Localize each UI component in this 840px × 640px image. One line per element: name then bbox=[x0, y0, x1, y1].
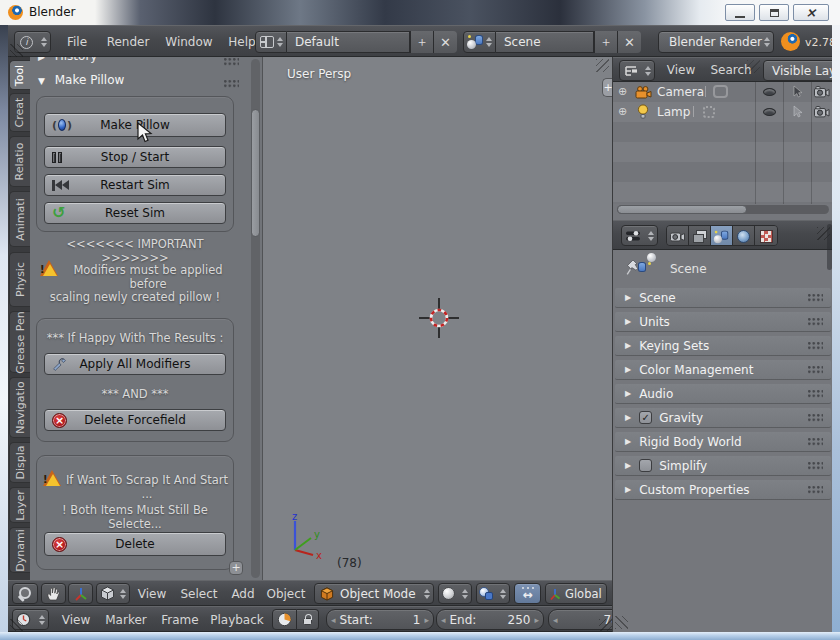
render-engine-select[interactable]: Blender Render bbox=[658, 31, 774, 53]
selectability-pointer-toggle[interactable] bbox=[793, 85, 803, 98]
expand-plus-icon[interactable]: ⊕ bbox=[618, 105, 627, 118]
menu-view-3d[interactable]: View bbox=[132, 581, 172, 607]
visibility-eye-toggle[interactable] bbox=[763, 88, 776, 96]
gravity-checkbox-checked[interactable]: ✓ bbox=[639, 411, 652, 424]
delete-button[interactable]: × Delete bbox=[44, 532, 226, 556]
expand-plus-icon[interactable]: ⊕ bbox=[618, 85, 627, 98]
tab-render-layers[interactable] bbox=[689, 226, 711, 246]
stop-start-button[interactable]: Stop / Start bbox=[44, 146, 226, 168]
screen-layout-delete-button[interactable]: ✕ bbox=[433, 31, 457, 53]
shelf-tab-layer[interactable]: Layer bbox=[9, 487, 30, 523]
time-sync-toggle[interactable] bbox=[272, 609, 297, 630]
panel-gravity[interactable]: ▶✓Gravity bbox=[615, 408, 831, 428]
panel-drag-dots[interactable] bbox=[224, 80, 239, 88]
outliner-item-camera[interactable]: ⊕ Camera bbox=[613, 82, 832, 102]
panel-drag-dots[interactable] bbox=[808, 486, 823, 494]
editor-type-properties-select[interactable] bbox=[621, 225, 658, 246]
titlebar[interactable]: Blender × bbox=[0, 0, 840, 25]
shelf-tab-grease-pencil[interactable]: Grease Pen bbox=[9, 311, 30, 373]
panel-rigid-body-world[interactable]: ▶Rigid Body World bbox=[615, 432, 831, 452]
panel-custom-properties[interactable]: ▶Custom Properties bbox=[615, 480, 831, 500]
viewport-3d[interactable]: User Persp + z y x (78) bbox=[262, 57, 612, 580]
panel-keying-sets[interactable]: ▶Keying Sets bbox=[615, 336, 831, 356]
menu-marker[interactable]: Marker bbox=[100, 607, 152, 632]
panel-drag-dots[interactable] bbox=[808, 366, 823, 374]
start-frame-field[interactable]: ◂ Start: 1 ▸ bbox=[326, 609, 434, 630]
viewport-shading-select[interactable] bbox=[438, 583, 472, 604]
shelf-tab-display[interactable]: Displa bbox=[9, 442, 30, 483]
shelf-resize-plus-button[interactable]: + bbox=[229, 561, 243, 575]
make-pillow-button[interactable]: () Make Pillow bbox=[44, 113, 226, 137]
grab-hand-button[interactable] bbox=[41, 583, 66, 604]
shelf-tab-animation[interactable]: Animati bbox=[9, 191, 30, 247]
manipulator-toggle-button[interactable]: ↔ bbox=[514, 583, 541, 604]
transform-orientation-select[interactable]: Global bbox=[545, 583, 607, 604]
apply-all-modifiers-button[interactable]: Apply All Modifiers bbox=[44, 353, 226, 375]
simplify-checkbox-unchecked[interactable] bbox=[639, 459, 652, 472]
editor-type-3dview-button[interactable] bbox=[12, 583, 38, 604]
panel-drag-dots[interactable] bbox=[808, 438, 823, 446]
lock-toggle[interactable] bbox=[297, 609, 319, 630]
scene-add-button[interactable]: ＋ bbox=[594, 31, 617, 53]
menu-window[interactable]: Window bbox=[160, 26, 218, 58]
shelf-tab-navigation[interactable]: Navigatio bbox=[9, 377, 30, 438]
panel-drag-dots[interactable] bbox=[808, 342, 823, 350]
editor-type-outliner-select[interactable] bbox=[619, 60, 655, 81]
visibility-eye-toggle[interactable] bbox=[763, 108, 776, 116]
outliner-item-lamp[interactable]: ⊕ Lamp bbox=[613, 102, 832, 122]
panel-header-make-pillow[interactable]: ▼ Make Pillow bbox=[38, 73, 124, 87]
breadcrumb-label[interactable]: Scene bbox=[670, 262, 707, 276]
panel-drag-dots[interactable] bbox=[224, 58, 239, 66]
area-corner-widget[interactable] bbox=[10, 44, 23, 57]
menu-view-outliner[interactable]: View bbox=[661, 58, 701, 83]
shelf-tab-tool[interactable]: Tool bbox=[9, 60, 30, 90]
menu-object-3d[interactable]: Object bbox=[262, 581, 310, 607]
renderability-camera-toggle[interactable] bbox=[814, 106, 830, 118]
pivot-point-select[interactable] bbox=[476, 583, 510, 604]
minimize-button[interactable] bbox=[725, 4, 755, 21]
maximize-button[interactable] bbox=[759, 4, 789, 21]
area-corner-widget[interactable] bbox=[747, 60, 760, 73]
panel-units[interactable]: ▶Units bbox=[615, 312, 831, 332]
outliner-display-mode-select[interactable]: Visible Layer bbox=[763, 60, 832, 81]
delete-forcefield-button[interactable]: × Delete Forcefield bbox=[44, 409, 226, 431]
menu-playback[interactable]: Playback bbox=[206, 607, 268, 632]
reset-sim-button[interactable]: ↺ Reset Sim bbox=[44, 202, 226, 224]
menu-add-3d[interactable]: Add bbox=[226, 581, 260, 607]
manipulator-axis-button[interactable] bbox=[68, 583, 93, 604]
menu-file[interactable]: File bbox=[56, 26, 98, 58]
screen-layout-name-field[interactable]: Default bbox=[287, 31, 410, 53]
menu-select-3d[interactable]: Select bbox=[176, 581, 222, 607]
area-corner-widget[interactable] bbox=[599, 619, 612, 632]
panel-simplify[interactable]: ▶Simplify bbox=[615, 456, 831, 476]
close-button[interactable]: × bbox=[793, 4, 829, 21]
object-mode-select[interactable]: Object Mode bbox=[314, 583, 434, 604]
tab-scene[interactable] bbox=[711, 226, 733, 246]
tab-texture[interactable] bbox=[755, 226, 777, 246]
tab-world[interactable] bbox=[733, 226, 755, 246]
tab-render[interactable] bbox=[667, 226, 689, 246]
panel-drag-dots[interactable] bbox=[808, 294, 823, 302]
panel-drag-dots[interactable] bbox=[808, 414, 823, 422]
menu-render[interactable]: Render bbox=[100, 26, 156, 58]
panel-scene[interactable]: ▶Scene bbox=[615, 288, 831, 308]
end-frame-field[interactable]: ◂ End: 250 ▸ bbox=[436, 609, 544, 630]
panel-color-management[interactable]: ▶Color Management bbox=[615, 360, 831, 380]
shelf-tab-create[interactable]: Creat bbox=[9, 93, 30, 132]
mode-icon-dropdown[interactable] bbox=[96, 583, 130, 604]
menu-frame[interactable]: Frame bbox=[158, 607, 202, 632]
area-corner-widget[interactable] bbox=[10, 619, 23, 632]
menu-view-timeline[interactable]: View bbox=[56, 607, 96, 632]
shelf-tab-relations[interactable]: Relatio bbox=[9, 136, 30, 187]
screen-layout-browse-button[interactable] bbox=[255, 31, 287, 53]
scene-name-field[interactable]: Scene bbox=[496, 31, 594, 53]
scene-delete-button[interactable]: ✕ bbox=[617, 31, 641, 53]
panel-drag-dots[interactable] bbox=[808, 462, 823, 470]
outliner-hscrollbar-thumb[interactable] bbox=[617, 205, 747, 214]
panel-audio[interactable]: ▶Audio bbox=[615, 384, 831, 404]
panel-drag-dots[interactable] bbox=[808, 390, 823, 398]
restart-sim-button[interactable]: Restart Sim bbox=[44, 174, 226, 196]
scene-browse-button[interactable] bbox=[463, 31, 496, 53]
panel-drag-dots[interactable] bbox=[808, 318, 823, 326]
shelf-tab-dynamic[interactable]: Dynami bbox=[9, 527, 30, 573]
